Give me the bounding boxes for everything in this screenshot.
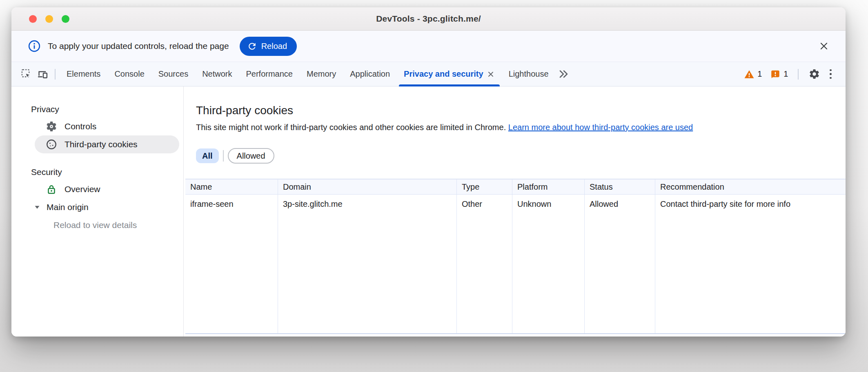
reload-button[interactable]: Reload <box>240 37 297 56</box>
toolbar-divider <box>798 69 799 80</box>
cell-domain[interactable]: 3p-site.glitch.me <box>278 195 457 213</box>
minimize-window-button[interactable] <box>45 15 53 23</box>
privacy-security-sidebar: Privacy Controls Third-party cookies Sec… <box>11 86 184 337</box>
panel-description: This site might not work if third-party … <box>196 121 833 133</box>
device-toolbar-icon[interactable] <box>34 65 51 83</box>
sidebar-item-third-party-cookies[interactable]: Third-party cookies <box>35 135 179 153</box>
tab-application[interactable]: Application <box>343 62 397 86</box>
column-header-domain[interactable]: Domain <box>278 179 457 195</box>
sidebar-item-label: Controls <box>65 122 96 131</box>
titlebar: DevTools - 3pc.glitch.me/ <box>11 7 846 31</box>
infobar-close-icon[interactable] <box>817 39 831 53</box>
table-filler-column <box>185 213 278 333</box>
tree-item-label: Main origin <box>47 202 89 212</box>
chip-divider <box>223 150 224 162</box>
issues-icon <box>770 69 781 80</box>
sidebar-section-security: Security <box>11 164 183 180</box>
tab-performance[interactable]: Performance <box>239 62 300 86</box>
inspect-element-icon[interactable] <box>18 65 34 83</box>
cell-status[interactable]: Allowed <box>585 195 655 213</box>
issue-count: 1 <box>783 69 788 79</box>
column-header-recommendation[interactable]: Recommendation <box>655 179 846 195</box>
devtools-toolbar: Elements Console Sources Network Perform… <box>11 62 846 86</box>
warning-icon <box>744 69 754 80</box>
cell-name[interactable]: iframe-seen <box>185 195 278 213</box>
column-header-name[interactable]: Name <box>185 179 278 195</box>
warning-count: 1 <box>757 69 762 79</box>
tab-elements[interactable]: Elements <box>60 62 107 86</box>
filter-all-chip[interactable]: All <box>196 148 219 163</box>
cookies-table: Name Domain Type Platform Status Recomme… <box>185 179 846 334</box>
panel-content: Privacy Controls Third-party cookies Sec… <box>11 86 846 337</box>
tab-close-icon[interactable] <box>487 70 495 78</box>
tab-lighthouse[interactable]: Lighthouse <box>502 62 556 86</box>
cell-type[interactable]: Other <box>457 195 512 213</box>
sidebar-item-label: Overview <box>65 184 100 194</box>
more-tabs-icon[interactable] <box>556 65 572 83</box>
cell-platform[interactable]: Unknown <box>512 195 585 213</box>
window-title: DevTools - 3pc.glitch.me/ <box>376 14 481 24</box>
sidebar-item-main-origin[interactable]: Main origin <box>11 198 183 216</box>
tab-console[interactable]: Console <box>107 62 151 86</box>
filter-allowed-chip[interactable]: Allowed <box>228 148 274 164</box>
traffic-lights <box>29 15 69 23</box>
reload-to-view-details-hint: Reload to view details <box>11 216 183 234</box>
tab-network[interactable]: Network <box>195 62 239 86</box>
reload-button-label: Reload <box>261 42 287 51</box>
table-filler-column <box>655 213 846 333</box>
filter-chips: All Allowed <box>196 148 846 164</box>
sidebar-item-controls[interactable]: Controls <box>35 117 179 135</box>
more-options-icon[interactable] <box>826 67 836 82</box>
zoom-window-button[interactable] <box>62 15 69 23</box>
page-title: Third-party cookies <box>196 103 846 118</box>
column-header-status[interactable]: Status <box>585 179 655 195</box>
close-window-button[interactable] <box>29 15 37 23</box>
tab-privacy-and-security[interactable]: Privacy and security <box>397 62 502 86</box>
third-party-cookies-panel: Third-party cookies This site might not … <box>184 86 846 337</box>
toolbar-right-group: 1 1 <box>741 65 836 83</box>
table-filler-column <box>585 213 655 333</box>
tab-sources[interactable]: Sources <box>151 62 195 86</box>
refresh-icon <box>247 41 257 51</box>
cookie-icon <box>45 138 58 151</box>
table-filler-column <box>278 213 457 333</box>
column-header-platform[interactable]: Platform <box>512 179 585 195</box>
devtools-window: DevTools - 3pc.glitch.me/ To apply your … <box>11 7 846 337</box>
cell-recommendation[interactable]: Contact third-party site for more info <box>655 195 846 213</box>
infobar-message: To apply your updated controls, reload t… <box>48 41 229 51</box>
toolbar-divider <box>55 69 56 80</box>
table-filler-column <box>512 213 585 333</box>
warnings-indicator[interactable]: 1 <box>741 69 764 80</box>
sidebar-section-privacy: Privacy <box>11 101 183 117</box>
issues-indicator[interactable]: 1 <box>768 69 790 80</box>
table-filler-column <box>457 213 512 333</box>
learn-more-link[interactable]: Learn more about how third-party cookies… <box>508 123 693 132</box>
gear-icon <box>45 120 58 133</box>
settings-gear-icon[interactable] <box>806 65 822 83</box>
chevron-down-icon <box>33 203 42 212</box>
tab-memory[interactable]: Memory <box>300 62 343 86</box>
column-header-type[interactable]: Type <box>457 179 512 195</box>
info-icon <box>28 40 41 53</box>
sidebar-item-overview[interactable]: Overview <box>35 180 179 198</box>
lock-icon <box>45 183 58 195</box>
reload-infobar: To apply your updated controls, reload t… <box>11 31 846 62</box>
sidebar-item-label: Third-party cookies <box>65 140 138 149</box>
